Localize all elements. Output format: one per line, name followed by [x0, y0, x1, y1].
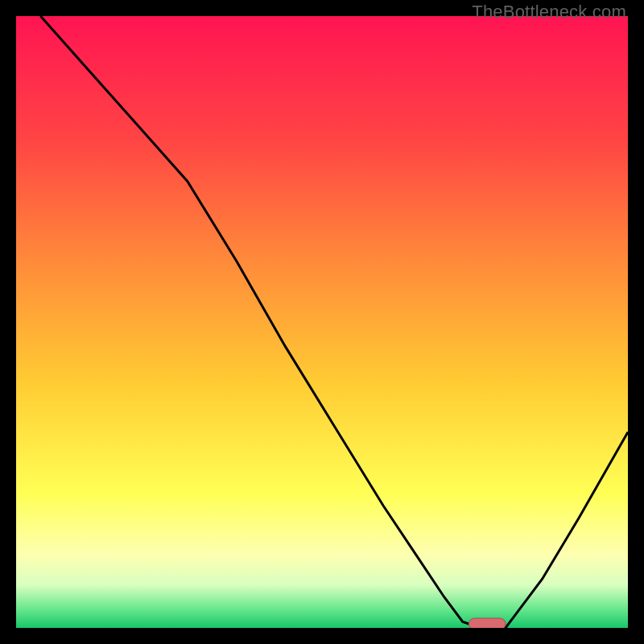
optimum-marker: [469, 618, 506, 628]
watermark-text: TheBottleneck.com: [472, 2, 626, 23]
gradient-background: [16, 16, 628, 628]
chart-frame: [16, 16, 628, 628]
bottleneck-chart: [16, 16, 628, 628]
